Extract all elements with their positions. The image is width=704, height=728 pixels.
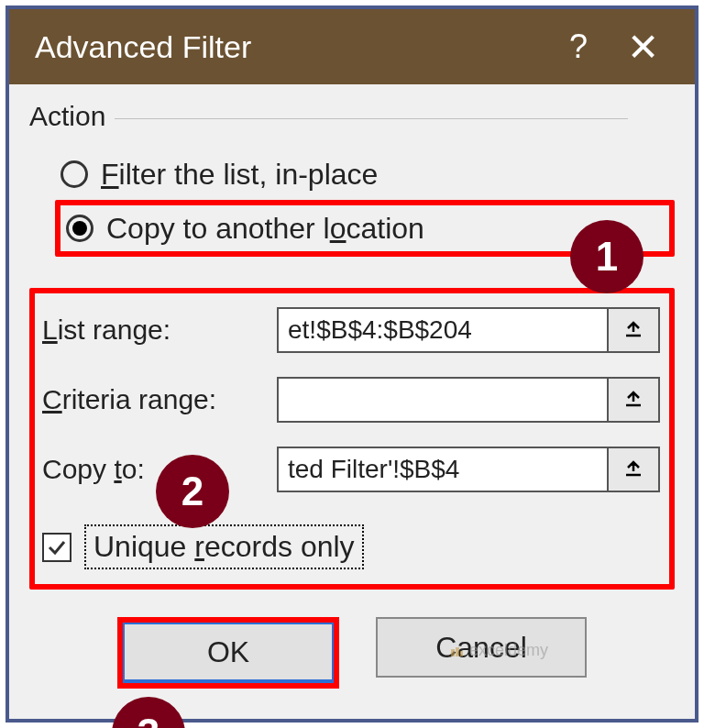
radio-filter-in-place[interactable]: Filter the list, in-place xyxy=(55,149,675,200)
svg-rect-2 xyxy=(460,651,463,656)
dialog-body: 1 2 3 Action Filter the list, in-place C… xyxy=(9,84,695,719)
watermark-icon xyxy=(449,644,464,658)
advanced-filter-dialog: Advanced Filter ? ✕ 1 2 3 Action Filter … xyxy=(9,9,695,719)
close-icon[interactable]: ✕ xyxy=(610,25,675,70)
radio-label: Copy to another location xyxy=(106,212,424,246)
collapse-dialog-icon[interactable] xyxy=(609,377,660,423)
annotation-badge-1: 1 xyxy=(570,220,644,293)
watermark-text: exceldemy xyxy=(469,641,548,660)
unique-records-row[interactable]: Unique records only xyxy=(42,524,660,569)
criteria-range-label: Criteria range: xyxy=(42,384,277,415)
collapse-dialog-icon[interactable] xyxy=(609,307,660,353)
dialog-title: Advanced Filter xyxy=(35,29,546,65)
ok-button[interactable]: OK xyxy=(123,623,334,683)
list-range-input[interactable]: et!$B$4:$B$204 xyxy=(277,307,609,353)
copy-to-row: Copy to: ted Filter'!$B$4 xyxy=(42,440,660,499)
radio-icon xyxy=(60,160,88,188)
radio-icon xyxy=(66,215,94,242)
annotation-badge-2: 2 xyxy=(156,455,229,528)
radio-label: Filter the list, in-place xyxy=(101,158,378,192)
criteria-range-row: Criteria range: xyxy=(42,370,660,429)
button-row: OK Cancel xyxy=(29,617,675,705)
action-group-label: Action xyxy=(29,101,675,132)
list-range-row: List range: et!$B$4:$B$204 xyxy=(42,301,660,359)
checkbox-icon xyxy=(42,533,72,562)
ok-highlight: OK xyxy=(117,617,339,689)
criteria-range-input[interactable] xyxy=(277,377,609,423)
copy-to-input[interactable]: ted Filter'!$B$4 xyxy=(277,447,609,492)
svg-rect-0 xyxy=(451,649,455,656)
collapse-dialog-icon[interactable] xyxy=(609,447,660,492)
list-range-label: List range: xyxy=(42,314,277,346)
range-section: List range: et!$B$4:$B$204 Criteria rang… xyxy=(29,288,675,590)
svg-rect-1 xyxy=(456,647,459,656)
watermark: exceldemy xyxy=(449,641,548,660)
help-icon[interactable]: ? xyxy=(546,28,610,66)
titlebar: Advanced Filter ? ✕ xyxy=(9,9,695,84)
unique-records-label: Unique records only xyxy=(84,524,364,569)
